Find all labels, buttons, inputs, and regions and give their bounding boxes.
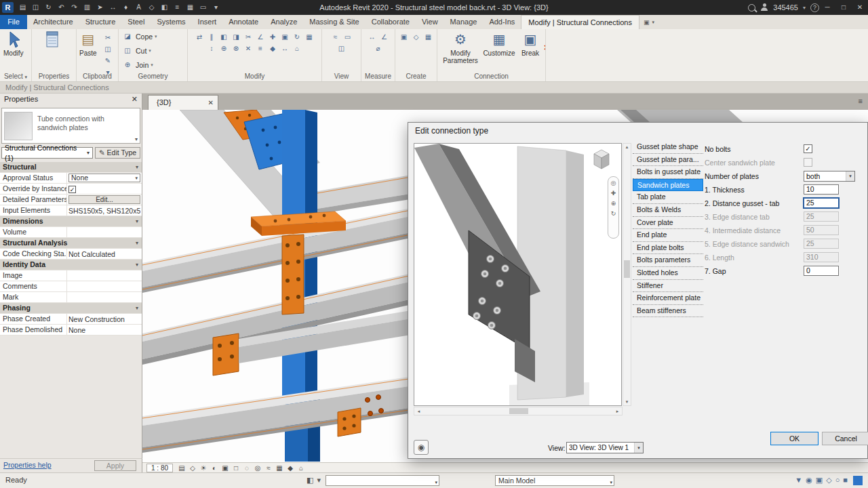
connection-category-cover-plate[interactable]: Cover plate xyxy=(633,217,703,230)
print-icon[interactable]: ▥ xyxy=(81,0,94,15)
connection-category-tab-plate[interactable]: Tab plate xyxy=(633,191,703,204)
ribbon-display-icon[interactable]: ▣ xyxy=(644,19,650,26)
camera-button[interactable]: ◉ xyxy=(414,440,429,455)
username[interactable]: 345465 xyxy=(773,3,798,12)
connection-category-gusset-plate-shape[interactable]: Gusset plate shape xyxy=(633,141,703,154)
create-assembly-icon[interactable]: ▦ xyxy=(422,31,435,43)
search-icon[interactable] xyxy=(748,4,755,12)
customize-button[interactable]: ▦ Customize xyxy=(482,30,516,57)
property-value[interactable]: Not Calculated xyxy=(68,249,140,259)
modify-cursor-icon[interactable]: ➤ xyxy=(94,0,106,15)
connection-category-bolts-welds[interactable]: Bolts & Welds xyxy=(633,204,703,217)
selection-toggle-icon[interactable] xyxy=(853,476,863,485)
properties-section-identity-data[interactable]: Identity Data▾ xyxy=(0,260,142,270)
create-similar-icon[interactable]: ◇ xyxy=(410,31,422,43)
maximize-button[interactable]: □ xyxy=(835,0,852,15)
visual-style-icon[interactable]: ◇ xyxy=(187,464,198,472)
switch-window-icon[interactable]: ◫ xyxy=(336,43,348,54)
split-icon[interactable]: ✂ xyxy=(242,31,254,43)
design-options-select[interactable]: ▾ xyxy=(326,475,439,486)
unpin-icon[interactable]: ⊗ xyxy=(230,43,242,54)
temporary-view-properties-icon[interactable]: ▦ xyxy=(274,464,285,472)
ribbon-tab-structure[interactable]: Structure xyxy=(79,15,122,29)
pin-icon[interactable]: ⊕ xyxy=(218,43,230,54)
dimension-icon[interactable]: ⌀ xyxy=(372,43,384,54)
param-checkbox[interactable]: ✓ xyxy=(804,144,812,153)
qat-customize-icon[interactable]: ▾ xyxy=(210,0,222,15)
sun-path-icon[interactable]: ☀ xyxy=(198,464,209,472)
cut-button[interactable]: ◫ Cut▾ xyxy=(119,43,187,58)
cope-button[interactable]: ◪ Cope▾ xyxy=(119,29,187,43)
crop-view-icon[interactable]: ▣ xyxy=(220,464,231,472)
ribbon-tab-manage[interactable]: Manage xyxy=(444,15,484,29)
ribbon-tab-collaborate[interactable]: Collaborate xyxy=(366,15,416,29)
view-tab-3d[interactable]: {3D} ✕ xyxy=(148,95,218,110)
copy-icon[interactable]: ◫ xyxy=(102,43,114,55)
help-icon[interactable]: ? xyxy=(810,3,819,12)
connection-preview[interactable]: ◎ ✚ ⊕ ↻ xyxy=(414,143,622,406)
rotate-icon[interactable]: ↻ xyxy=(291,31,303,43)
scroll-down-icon[interactable]: ▾ xyxy=(623,399,631,405)
filter-icon[interactable]: ▼ xyxy=(795,476,802,485)
trim-icon[interactable]: ∠ xyxy=(254,31,267,43)
scale-icon[interactable]: ↕ xyxy=(205,43,218,54)
ribbon-tab-annotate[interactable]: Annotate xyxy=(222,15,264,29)
property-edit-button[interactable]: Edit... xyxy=(68,195,140,204)
scrollbar-thumb[interactable] xyxy=(509,408,528,414)
match-type-icon[interactable]: ✎ xyxy=(102,55,114,66)
zoom-icon[interactable]: ⊕ xyxy=(611,200,616,207)
connection-category-bolts-parameters[interactable]: Bolts parameters xyxy=(633,254,703,267)
edit-type-button[interactable]: ✎ Edit Type xyxy=(95,147,140,159)
account-icon[interactable] xyxy=(760,3,768,12)
connection-category-end-plate-bolts[interactable]: End plate bolts xyxy=(633,242,703,255)
viewcube[interactable] xyxy=(590,148,613,172)
property-value-dropdown[interactable]: None▾ xyxy=(68,174,140,182)
tag-icon[interactable]: ♦ xyxy=(119,0,132,15)
scroll-up-icon[interactable]: ▴ xyxy=(623,144,631,150)
scroll-left-icon[interactable]: ◂ xyxy=(415,409,422,414)
ok-button[interactable]: OK xyxy=(770,432,818,445)
pinned-icon[interactable]: ◇ xyxy=(826,476,831,485)
element-filter-dropdown[interactable]: Structural Connections (1)▾ xyxy=(1,147,93,159)
ribbon-tab-steel[interactable]: Steel xyxy=(121,15,151,29)
close-icon[interactable]: ✕ xyxy=(208,96,214,110)
chevron-down-icon[interactable]: ▾ xyxy=(803,5,806,11)
join-button[interactable]: ⊕ Join▾ xyxy=(119,58,187,72)
schedule-icon[interactable]: ▦ xyxy=(184,0,197,15)
ribbon-tab-architecture[interactable]: Architecture xyxy=(27,15,79,29)
reveal-hidden-icon[interactable]: ◎ xyxy=(252,464,263,472)
panel-label-select[interactable]: Select ▾ xyxy=(0,71,31,81)
analytical-model-icon[interactable]: ◆ xyxy=(285,464,296,472)
connection-category-bolts-in-gusset-plate[interactable]: Bolts in gusset plate xyxy=(633,166,703,179)
thin-lines-icon[interactable]: ≈ xyxy=(330,31,342,43)
revit-logo-icon[interactable]: R xyxy=(2,2,14,13)
close-hidden-icon[interactable]: ▭ xyxy=(342,31,354,43)
save-icon[interactable]: ◫ xyxy=(29,0,42,15)
connection-category-slotted-holes[interactable]: Slotted holes xyxy=(633,267,703,280)
property-value[interactable]: SHS150x5, SHS120x5 xyxy=(68,206,140,216)
copy-icon[interactable]: ▣ xyxy=(279,31,291,43)
dialog-view-select[interactable]: 3D View: 3D View 1▾ xyxy=(566,442,644,453)
scrollbar-thumb[interactable] xyxy=(624,260,630,278)
shadows-icon[interactable]: ◐ xyxy=(209,464,220,472)
mirror-axis-icon[interactable]: ◨ xyxy=(230,31,242,43)
property-value[interactable]: None xyxy=(68,325,140,335)
ribbon-tab-file[interactable]: File xyxy=(0,15,27,29)
main-model-select[interactable]: Main Model▾ xyxy=(495,475,614,486)
scale-control[interactable]: 1 : 80 xyxy=(146,464,173,472)
open-file-icon[interactable]: ▤ xyxy=(16,0,29,15)
measure-along-icon[interactable]: ∠ xyxy=(378,31,391,43)
tab-list-icon[interactable]: ≡ xyxy=(859,97,863,105)
orbit-icon[interactable]: ↻ xyxy=(611,210,616,217)
ribbon-tab-systems[interactable]: Systems xyxy=(151,15,191,29)
ribbon-tab-view[interactable]: View xyxy=(416,15,444,29)
temporary-hide-icon[interactable]: ◌ xyxy=(241,464,252,472)
connection-category-reinforcement-plate[interactable]: Reinforcement plate xyxy=(633,292,703,305)
connection-category-sandwich-plates[interactable]: Sandwich plates xyxy=(633,179,703,192)
connection-category-stiffener[interactable]: Stiffener xyxy=(633,280,703,293)
ribbon-tab-add-ins[interactable]: Add-Ins xyxy=(483,15,521,29)
selection-icon[interactable]: ■ xyxy=(843,476,848,485)
properties-help-link[interactable]: Properties help xyxy=(3,461,52,469)
cancel-button[interactable]: Cancel xyxy=(822,432,868,445)
close-button[interactable]: ✕ xyxy=(852,0,868,15)
